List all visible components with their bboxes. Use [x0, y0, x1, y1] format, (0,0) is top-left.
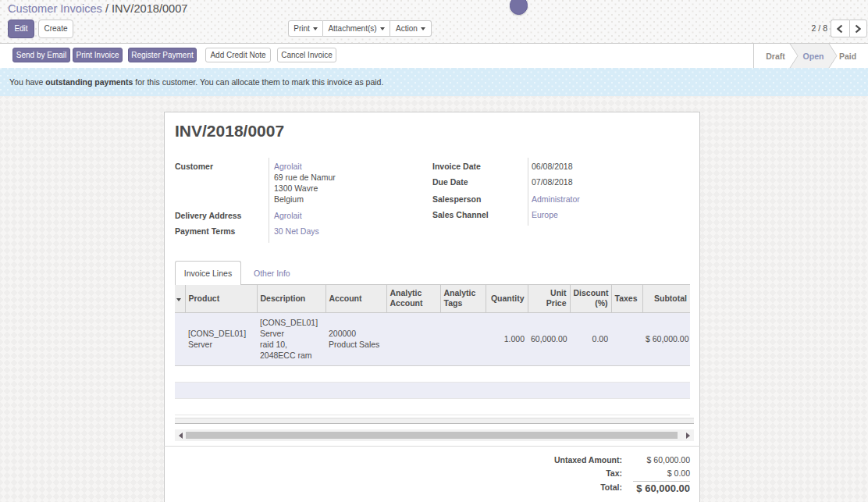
svg-text:Draft: Draft — [766, 52, 785, 61]
svg-text:Open: Open — [803, 52, 824, 61]
svg-text:Paid: Paid — [839, 52, 856, 61]
